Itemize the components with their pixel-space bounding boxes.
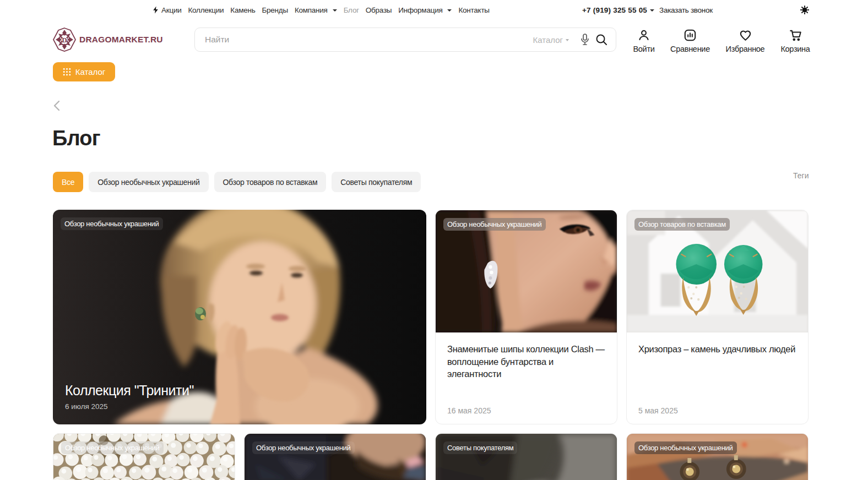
svg-text:D: D (62, 36, 67, 44)
